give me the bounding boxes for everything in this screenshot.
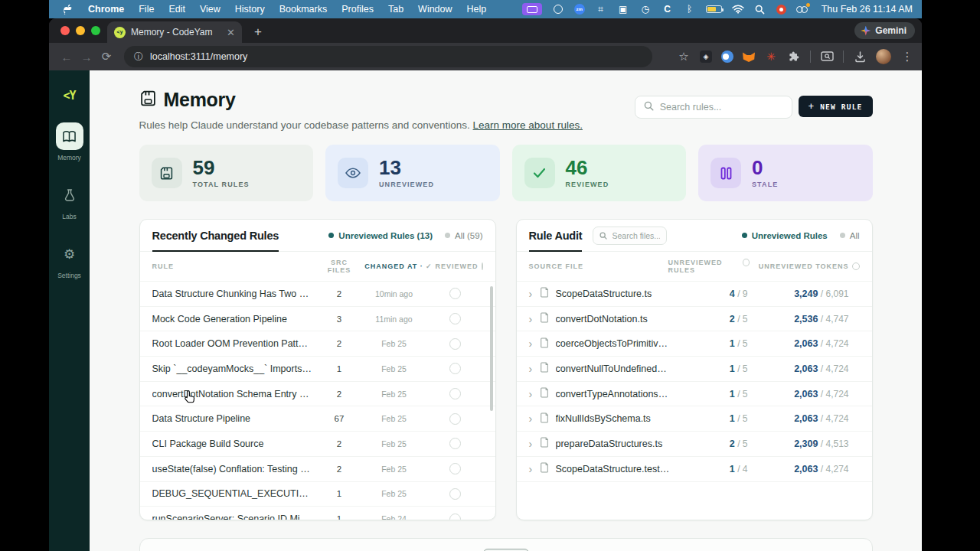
reviewed-radio[interactable] [449,288,461,299]
menu-help[interactable]: Help [467,4,487,15]
filter-all-files[interactable]: All [840,231,860,240]
close-window-button[interactable] [60,26,70,35]
tab-search-icon[interactable] [820,50,834,64]
learn-more-link[interactable]: Learn more about rules. [473,119,583,131]
reviewed-radio[interactable] [449,338,461,350]
red-app-icon[interactable] [776,5,786,15]
rule-row[interactable]: convertDotNotation Schema Entry Ord... 2… [140,382,495,407]
rules-search[interactable] [635,96,792,119]
audit-row[interactable]: › convertDotNotation.ts 2 / 5 2,536 / 4,… [517,307,872,332]
c-app-icon[interactable]: C [662,3,674,15]
audit-row[interactable]: › convertNullToUndefinedBySch... 1 / 5 2… [517,357,872,382]
chevron-right-icon[interactable]: › [529,337,540,350]
zoom-window-button[interactable] [91,26,100,35]
filter-unreviewed-files[interactable]: Unreviewed Rules [742,231,828,240]
menu-bookmarks[interactable]: Bookmarks [279,4,328,15]
address-bar[interactable]: ⓘ localhost:3111/memory [124,46,652,67]
rule-row[interactable]: Root Loader OOM Prevention Patterns 2 Fe… [140,331,495,357]
chevron-right-icon[interactable]: › [529,388,540,400]
reviewed-radio[interactable] [449,313,461,324]
grid-app-icon[interactable]: ⌗ [595,3,607,15]
sidebar-item-settings[interactable]: ⚙ Settings [56,240,83,279]
reviewed-radio[interactable] [449,514,461,520]
extensions-puzzle-icon[interactable] [787,50,801,64]
download-icon[interactable] [853,50,867,64]
chevron-right-icon[interactable]: › [529,412,540,425]
spiral-app-icon[interactable] [552,3,564,15]
spotlight-icon[interactable] [754,3,766,15]
box-app-icon[interactable]: ▣ [617,3,629,15]
menu-file[interactable]: File [139,4,154,15]
rules-search-input[interactable] [660,102,783,112]
back-icon[interactable]: ← [57,51,77,64]
reviewed-radio[interactable] [449,413,461,425]
audit-row[interactable]: › coerceObjectsToPrimitivesByS... 1 / 5 … [517,331,872,357]
audit-row[interactable]: › ScopeDataStructure.ts 4 / 9 3,249 / 6,… [517,282,872,307]
info-circle-icon[interactable] [852,262,860,270]
metamask-icon[interactable] [743,51,755,62]
profile-avatar[interactable] [876,49,891,64]
apple-menu-icon[interactable] [61,3,74,15]
screen-share-icon[interactable] [522,3,542,15]
reviewed-radio[interactable] [449,363,461,374]
menu-edit[interactable]: Edit [168,4,185,15]
forward-icon[interactable]: → [77,51,96,64]
menu-window[interactable]: Window [418,4,452,15]
info-circle-icon[interactable] [743,259,750,266]
rule-row[interactable]: CLI Package Build Source 2 Feb 25 [140,432,495,457]
reviewed-radio[interactable] [449,388,461,399]
col-reviewed[interactable]: ✓ REVIEWED [428,262,483,270]
tab-close-icon[interactable]: ✕ [227,27,235,38]
wifi-icon[interactable] [732,3,744,15]
audit-row[interactable]: › prepareDataStructures.ts 2 / 5 2,309 /… [517,432,872,457]
reload-icon[interactable]: ⟳ [96,50,116,64]
chevron-right-icon[interactable]: › [529,463,540,475]
col-source-file[interactable]: SOURCE FILE [529,262,668,270]
minimize-window-button[interactable] [76,26,85,35]
browser-tab[interactable]: <y Memory - CodeYam ✕ [107,21,242,43]
bluetooth-icon[interactable]: ᛒ [684,3,696,15]
audit-row[interactable]: › fixNullIdsBySchema.ts 1 / 5 2,063 / 4,… [517,406,872,432]
menu-tab[interactable]: Tab [388,4,403,15]
gemini-button[interactable]: Gemini [854,22,915,39]
audit-row[interactable]: › convertTypeAnnotationsToValu... 1 / 5 … [517,382,872,407]
chevron-right-icon[interactable]: › [529,313,540,325]
chevron-right-icon[interactable]: › [529,363,540,375]
rules-panel-title[interactable]: Recently Changed Rules [152,220,279,251]
menu-view[interactable]: View [200,4,220,15]
new-rule-button[interactable]: + NEW RULE [799,96,873,117]
sidebar-item-memory[interactable]: Memory [56,122,83,161]
col-unreviewed-rules[interactable]: UNREVIEWED RULES [668,259,753,274]
rule-row[interactable]: Mock Code Generation Pipeline 3 11min ag… [140,307,495,332]
clock-app-icon[interactable]: ◷ [639,3,652,15]
col-rule[interactable]: RULE [152,262,318,270]
menu-profiles[interactable]: Profiles [341,4,374,15]
extension-2-icon[interactable] [721,51,733,63]
rule-row[interactable]: runScenarioServer: Scenario ID Misma... … [140,507,495,520]
col-unreviewed-tokens[interactable]: UNREVIEWED TOKENS [753,262,860,270]
user-switch-icon[interactable] [796,5,808,14]
col-src-files[interactable]: SRC FILES [318,259,361,274]
rule-row[interactable]: Data Structure Chunking Has Two Limit...… [140,282,495,307]
audit-row[interactable]: › ScopeDataStructure.test.ts 1 / 4 2,063… [517,457,872,482]
menu-history[interactable]: History [235,4,265,15]
zoom-app-icon[interactable]: zm [574,4,585,15]
chevron-right-icon[interactable]: › [529,438,540,450]
col-changed-at[interactable]: CHANGED AT · [361,262,428,270]
files-search[interactable] [593,227,667,245]
battery-icon[interactable] [706,5,722,13]
rule-row[interactable]: Skip `__codeyamMocks__` Imports in... 1 … [140,357,495,382]
new-tab-button[interactable]: + [254,24,262,43]
extension-3-icon[interactable]: ✳ [764,50,778,64]
panel-scrollbar[interactable] [490,286,493,411]
chevron-right-icon[interactable]: › [529,288,540,300]
reviewed-radio[interactable] [449,438,461,449]
kebab-menu-icon[interactable]: ⋮ [900,50,914,64]
reviewed-radio[interactable] [449,463,461,474]
menubar-app-name[interactable]: Chrome [88,4,124,15]
filter-all-rules[interactable]: All (59) [445,231,482,240]
menubar-clock[interactable]: Thu Feb 26 11:14 AM [822,4,913,15]
info-circle-icon[interactable] [482,262,483,270]
rule-row[interactable]: Data Structure Pipeline 67 Feb 25 [140,406,495,432]
bookmark-star-icon[interactable]: ☆ [677,50,691,64]
